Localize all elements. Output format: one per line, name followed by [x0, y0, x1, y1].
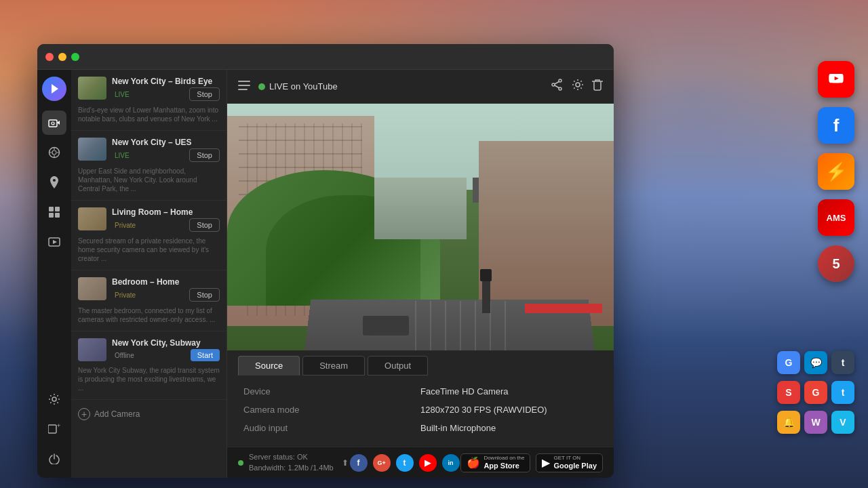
- social-youtube-icon[interactable]: ▶: [419, 454, 437, 472]
- camera-item-living-room[interactable]: Living Room – Home Private Stop Secured …: [71, 201, 226, 270]
- start-button-subway[interactable]: Start: [191, 349, 220, 361]
- camera-desc-nyc2: Upper East Side and neighborhood, Manhat…: [78, 167, 220, 193]
- flash-desktop-icon[interactable]: ⚡: [818, 153, 854, 190]
- facebook-desktop-icon[interactable]: f: [818, 107, 854, 144]
- stop-button-living[interactable]: Stop: [189, 218, 220, 232]
- twitter-small-icon[interactable]: t: [831, 381, 854, 404]
- camera-list[interactable]: New York City – Birds Eye LIVE Stop Bird…: [71, 70, 227, 478]
- camera-item-nyc-ues[interactable]: New York City – UES LIVE Stop Upper East…: [71, 131, 226, 201]
- camera-desc-living: Secured stream of a private residence, t…: [78, 237, 220, 263]
- close-button[interactable]: [45, 53, 54, 61]
- trash-icon[interactable]: [592, 79, 603, 94]
- stop-button-bedroom[interactable]: Stop: [189, 288, 220, 302]
- desktop-icons-panel: f ⚡ AMS 5: [818, 61, 854, 282]
- sidebar-icon-power[interactable]: [42, 447, 66, 471]
- window-controls: [45, 53, 79, 61]
- camera-thumb-living: [78, 207, 106, 230]
- svg-text:+: +: [57, 423, 60, 429]
- g2-icon[interactable]: G: [804, 381, 827, 404]
- svg-rect-17: [48, 425, 56, 433]
- hamburger-icon[interactable]: [238, 81, 250, 93]
- sidebar-icon-settings[interactable]: [42, 387, 66, 411]
- social-gplus-icon[interactable]: G+: [373, 454, 391, 472]
- social-facebook-icon[interactable]: f: [350, 454, 368, 472]
- status-badge-subway: Offline: [112, 351, 137, 360]
- social-linkedin-icon[interactable]: in: [442, 454, 460, 472]
- google-play-sub: GET IT ON: [553, 455, 597, 462]
- sidebar-icon-subscribe[interactable]: [42, 230, 66, 254]
- tab-stream[interactable]: Stream: [302, 356, 365, 375]
- share-icon[interactable]: [551, 79, 564, 94]
- tumblr-icon[interactable]: t: [831, 351, 854, 374]
- svg-rect-12: [49, 213, 54, 218]
- sidebar-icon-grid[interactable]: [42, 200, 66, 224]
- camera-name-living: Living Room – Home: [112, 207, 220, 217]
- google-play-icon: ▶: [542, 456, 550, 469]
- camera-info-living: Living Room – Home Private Stop: [112, 207, 220, 232]
- status-badge-bedroom: Private: [112, 291, 138, 300]
- tab-source[interactable]: Source: [238, 356, 300, 375]
- svg-line-24: [555, 85, 559, 88]
- desktop-small-icons: G 💬 t S G t 🔔 W V: [777, 351, 854, 434]
- camera-item-subway[interactable]: New York City, Subway Offline Start New …: [71, 331, 226, 400]
- ams-desktop-icon[interactable]: AMS: [818, 199, 854, 236]
- status-badge-nyc1: LIVE: [112, 90, 132, 99]
- svg-rect-1: [49, 120, 57, 127]
- five-desktop-icon[interactable]: 5: [818, 245, 854, 282]
- tab-output[interactable]: Output: [368, 356, 428, 375]
- top-bar: LIVE on YouTube: [227, 70, 614, 104]
- google-icon[interactable]: G: [777, 351, 800, 374]
- app-store-badge[interactable]: 🍎 Download on the App Store: [460, 453, 530, 472]
- sidebar: +: [37, 70, 71, 478]
- add-icon: +: [78, 408, 90, 420]
- bottom-controls: Source Stream Output Device FaceTime HD …: [227, 350, 614, 447]
- bandwidth-label: Bandwidth: 1.2Mb /1.4Mb: [249, 463, 334, 473]
- svg-rect-13: [55, 213, 60, 218]
- vimeo-icon[interactable]: V: [831, 411, 854, 434]
- sidebar-icon-plus[interactable]: +: [42, 417, 66, 441]
- social-twitter-icon[interactable]: t: [396, 454, 414, 472]
- video-preview: [227, 104, 614, 350]
- s-icon[interactable]: S: [777, 381, 800, 404]
- svg-point-3: [52, 122, 54, 125]
- add-camera-button[interactable]: + Add Camera: [71, 400, 226, 428]
- chat-icon[interactable]: 💬: [804, 351, 827, 374]
- sidebar-icon-location[interactable]: [42, 170, 66, 195]
- svg-point-16: [52, 397, 56, 401]
- camera-info-subway: New York City, Subway Offline Start: [112, 338, 220, 361]
- camera-thumb-nyc2: [78, 138, 106, 161]
- camera-thumb-subway: [78, 338, 106, 361]
- camera-item-nyc-birds-eye[interactable]: New York City – Birds Eye LIVE Stop Bird…: [71, 70, 226, 131]
- minimize-button[interactable]: [58, 53, 66, 61]
- camera-item-bedroom[interactable]: Bedroom – Home Private Stop The master b…: [71, 270, 226, 331]
- svg-rect-21: [238, 85, 250, 86]
- google-play-badge[interactable]: ▶ GET IT ON Google Play: [536, 453, 603, 472]
- sidebar-icon-cameras[interactable]: [42, 110, 66, 135]
- camera-info-nyc2: New York City – UES LIVE Stop: [112, 138, 220, 162]
- app-logo[interactable]: [42, 77, 66, 101]
- title-bar: [37, 44, 614, 70]
- settings-icon[interactable]: [572, 79, 584, 94]
- bandwidth-icon: ⬆: [342, 458, 349, 468]
- app-store-label: App Store: [484, 462, 524, 470]
- stop-button-nyc2[interactable]: Stop: [189, 148, 220, 162]
- camera-mode-label: Camera mode: [243, 405, 420, 415]
- live-dot: [258, 83, 265, 90]
- footer-status: Server status: OK Bandwidth: 1.2Mb /1.4M…: [238, 452, 349, 473]
- svg-line-23: [555, 81, 559, 84]
- app-store-sub: Download on the: [484, 455, 524, 462]
- maximize-button[interactable]: [71, 53, 79, 61]
- add-camera-label: Add Camera: [94, 409, 140, 419]
- yellow-icon[interactable]: 🔔: [777, 411, 800, 434]
- youtube-desktop-icon[interactable]: [818, 61, 854, 98]
- app-window: + New York City – Birds Ey: [37, 44, 614, 478]
- google-play-label: Google Play: [553, 462, 597, 470]
- stop-button-nyc1[interactable]: Stop: [189, 87, 220, 101]
- tab-row: Source Stream Output: [227, 350, 614, 375]
- sidebar-icon-explore[interactable]: [42, 140, 66, 165]
- status-badge-nyc2: LIVE: [112, 151, 132, 160]
- camera-thumb-nyc1: [78, 77, 106, 100]
- svg-marker-0: [52, 84, 58, 94]
- live-indicator: LIVE on YouTube: [258, 81, 338, 92]
- wordpress-icon[interactable]: W: [804, 411, 827, 434]
